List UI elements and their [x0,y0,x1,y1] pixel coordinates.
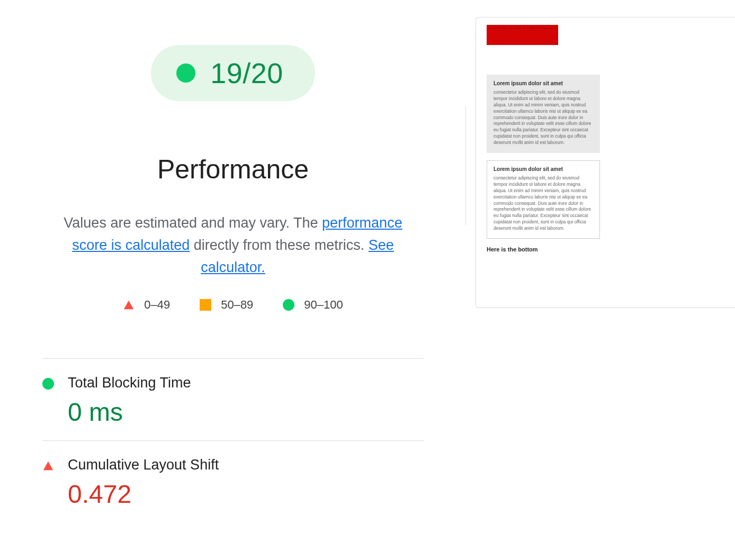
thumb-card: Lorem ipsum dolor sit amet consectetur a… [487,160,600,239]
score-legend: 0–49 50–89 90–100 [123,298,343,312]
thumb-hero-block: ■ ■■■ ■■ ■■■ ■■ ■■■■ ■■ ■ ■■■ ■■ ■■■■ ■■… [487,25,558,45]
circle-icon [42,378,54,390]
legend-item-good: 90–100 [283,298,343,312]
legend-item-poor: 0–49 [123,298,170,312]
metric-label: Total Blocking Time [68,375,424,391]
triangle-icon [42,460,54,472]
description-intro: Values are estimated and may vary. The [64,215,322,231]
legend-label-poor: 0–49 [144,298,170,312]
metric-row-cls[interactable]: Cumulative Layout Shift 0.472 [42,440,424,522]
thumb-card-body: consectetur adipiscing elit, sed do eius… [494,89,593,146]
triangle-icon [123,299,135,311]
thumb-card-body: consectetur adipiscing elit, sed do eius… [494,175,593,232]
metric-label: Cumulative Layout Shift [68,457,424,473]
square-icon [200,299,211,311]
thumb-card: Lorem ipsum dolor sit amet consectetur a… [487,75,600,153]
metric-value: 0 ms [68,398,424,427]
page-screenshot-thumbnail[interactable]: ■ ■■■ ■■ ■■■ ■■ ■■■■ ■■ ■ ■■■ ■■ ■■■■ ■■… [476,17,735,308]
performance-description: Values are estimated and may vary. The p… [64,212,402,279]
status-dot-good [176,64,195,83]
metric-value: 0.472 [68,480,424,509]
description-mid: directly from these metrics. [190,237,369,253]
score-fraction: 19/20 [210,57,283,89]
circle-icon [283,299,294,311]
score-badge: 19/20 [151,45,315,101]
metrics-list: Total Blocking Time 0 ms Cumulative Layo… [42,358,424,522]
section-title: Performance [157,154,309,185]
divider [465,106,466,225]
legend-label-average: 50–89 [221,298,253,312]
thumb-bottom-text: Here is the bottom [487,246,724,252]
thumb-card-heading: Lorem ipsum dolor sit amet [494,80,593,86]
legend-label-good: 90–100 [304,298,343,312]
legend-item-average: 50–89 [200,298,253,312]
thumb-card-heading: Lorem ipsum dolor sit amet [494,166,593,172]
metric-row-tbt[interactable]: Total Blocking Time 0 ms [42,358,424,440]
